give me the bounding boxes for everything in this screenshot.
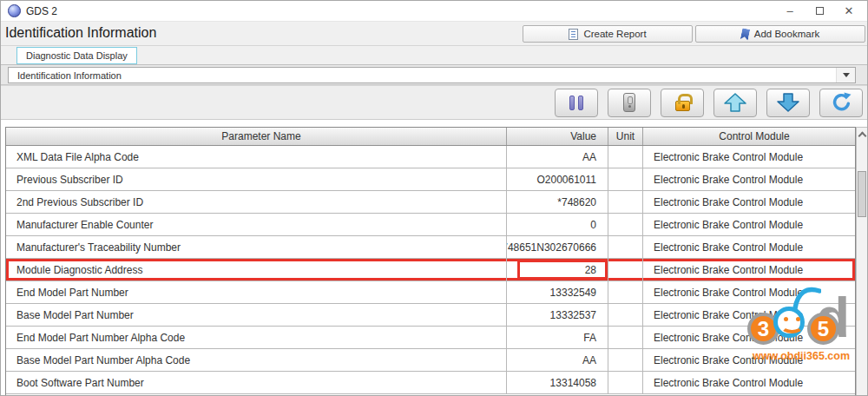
column-header-parameter-name: Parameter Name	[6, 128, 507, 145]
column-header-unit: Unit	[608, 128, 643, 145]
create-report-label: Create Report	[583, 29, 646, 39]
control-module-cell: Electronic Brake Control Module	[643, 259, 855, 280]
unit-cell	[608, 146, 643, 168]
create-report-button[interactable]: Create Report	[523, 25, 693, 43]
scroll-up-icon	[858, 132, 866, 141]
unit-cell	[608, 236, 643, 258]
parameter-name-cell: Base Model Part Number	[6, 304, 507, 326]
unit-cell	[608, 349, 643, 371]
table-header: Parameter Name Value Unit Control Module	[6, 128, 855, 146]
unit-cell	[608, 281, 643, 303]
table-row[interactable]: Base Model Part Number Alpha Code AA Ele…	[6, 349, 855, 372]
table-row[interactable]: XML Data File Alpha Code AA Electronic B…	[6, 146, 855, 168]
value-cell: O200061011	[507, 168, 608, 190]
pause-button[interactable]	[555, 89, 598, 117]
value-cell: AA	[507, 146, 608, 168]
unit-cell	[608, 372, 643, 393]
table-row[interactable]: End Model Part Number Alpha Code FA Elec…	[6, 327, 855, 349]
table-row[interactable]: Base Model Part Number 13332537 Electron…	[6, 304, 855, 327]
parameter-name-cell: End Model Part Number Alpha Code	[6, 327, 507, 348]
snapshot-icon	[623, 93, 635, 112]
refresh-icon	[831, 92, 852, 113]
page-title: Identification Information	[5, 25, 156, 41]
add-bookmark-button[interactable]: Add Bookmark	[695, 25, 865, 43]
control-module-cell: Electronic Brake Control Module	[643, 191, 855, 213]
unit-cell	[608, 327, 643, 348]
table-row[interactable]: Previous Subscriber ID O200061011 Electr…	[6, 168, 855, 191]
page-header: Identification Information Create Report…	[1, 22, 867, 46]
parameter-name-cell: Manufacturer's Traceability Number	[6, 236, 507, 258]
tab-diagnostic-data-display[interactable]: Diagnostic Data Display	[16, 47, 137, 64]
column-header-control-module: Control Module	[643, 128, 855, 145]
watermark-six-ascender	[792, 284, 821, 310]
table-row[interactable]: 2nd Previous Subscriber ID *748620 Elect…	[6, 191, 855, 214]
obdii365-watermark: d 3 5 www.obdii365.com	[741, 294, 867, 367]
unit-cell	[608, 259, 643, 280]
unit-cell	[608, 191, 643, 213]
control-module-cell: Electronic Brake Control Module	[643, 214, 855, 235]
snapshot-button[interactable]	[608, 89, 651, 117]
watermark-digit-5: 5	[807, 313, 839, 345]
value-cell: 13314058	[507, 372, 608, 393]
control-module-cell: Electronic Brake Control Module	[643, 146, 855, 168]
scroll-up-button[interactable]	[857, 128, 867, 142]
parameter-name-cell: Base Model Part Number Alpha Code	[6, 349, 507, 371]
dropdown-arrow-icon	[843, 73, 850, 77]
data-group-selector[interactable]: Identification Information	[8, 67, 856, 83]
move-up-icon	[724, 93, 746, 112]
parameter-name-cell: Previous Subscriber ID	[6, 168, 507, 190]
value-cell: 748651N302670666	[507, 236, 608, 258]
parameter-name-cell: 2nd Previous Subscriber ID	[6, 191, 507, 213]
move-down-icon	[777, 93, 799, 112]
add-bookmark-icon	[740, 28, 751, 41]
app-window: GDS 2 – ✕ Identification Information Cre…	[0, 0, 868, 396]
table-row[interactable]: Module Diagnostic Address 28 Electronic …	[6, 259, 855, 281]
parameter-name-cell: Manufacturer Enable Counter	[6, 214, 507, 235]
parameter-name-cell: End Model Part Number	[6, 281, 507, 303]
pause-icon	[569, 96, 583, 110]
scrollbar-thumb[interactable]	[858, 171, 866, 217]
selector-arrow-button[interactable]	[836, 68, 855, 82]
unit-cell	[608, 214, 643, 235]
header-buttons: Create Report Add Bookmark	[523, 25, 865, 43]
unit-cell	[608, 168, 643, 190]
app-icon	[8, 4, 21, 17]
lock-icon	[675, 101, 690, 111]
value-cell: FA	[507, 327, 608, 348]
value-cell: AA	[507, 349, 608, 371]
watermark-url: www.obdii365.com	[753, 350, 850, 362]
table-row[interactable]: Manufacturer Enable Counter 0 Electronic…	[6, 214, 855, 236]
selector-value: Identification Information	[9, 70, 836, 81]
unit-cell	[608, 304, 643, 326]
value-cell: 13332537	[507, 304, 608, 326]
parameter-name-cell: XML Data File Alpha Code	[6, 146, 507, 168]
table-row[interactable]: Manufacturer's Traceability Number 74865…	[6, 236, 855, 259]
maximize-button[interactable]	[805, 1, 834, 22]
close-button[interactable]: ✕	[834, 1, 864, 22]
table-row[interactable]: End Model Part Number 13332549 Electroni…	[6, 281, 855, 304]
refresh-button[interactable]	[819, 89, 863, 117]
window-controls: – ✕	[775, 1, 864, 22]
parameter-name-cell: Module Diagnostic Address	[6, 259, 507, 280]
control-module-cell: Electronic Brake Control Module	[643, 236, 855, 258]
add-bookmark-label: Add Bookmark	[754, 29, 819, 39]
control-module-cell: Electronic Brake Control Module	[643, 168, 855, 190]
watermark-smiley-six-icon	[773, 307, 805, 338]
value-cell: 28	[507, 259, 608, 280]
control-module-cell: Electronic Brake Control Module	[643, 372, 855, 393]
create-report-icon	[569, 29, 578, 40]
table-row[interactable]: Boot Software Part Number 13314058 Elect…	[6, 372, 855, 394]
lock-button[interactable]	[661, 89, 704, 117]
value-cell: 13332549	[507, 281, 608, 303]
column-header-value: Value	[507, 128, 608, 145]
toolbar	[1, 85, 867, 120]
parameter-table: Parameter Name Value Unit Control Module…	[5, 127, 856, 396]
move-down-button[interactable]	[766, 89, 810, 117]
window-title: GDS 2	[26, 5, 57, 17]
minimize-button[interactable]: –	[775, 1, 805, 22]
titlebar: GDS 2 – ✕	[1, 1, 867, 22]
value-cell: *748620	[507, 191, 608, 213]
maximize-icon	[816, 7, 824, 15]
move-up-button[interactable]	[713, 89, 757, 117]
table-body: XML Data File Alpha Code AA Electronic B…	[6, 146, 855, 394]
